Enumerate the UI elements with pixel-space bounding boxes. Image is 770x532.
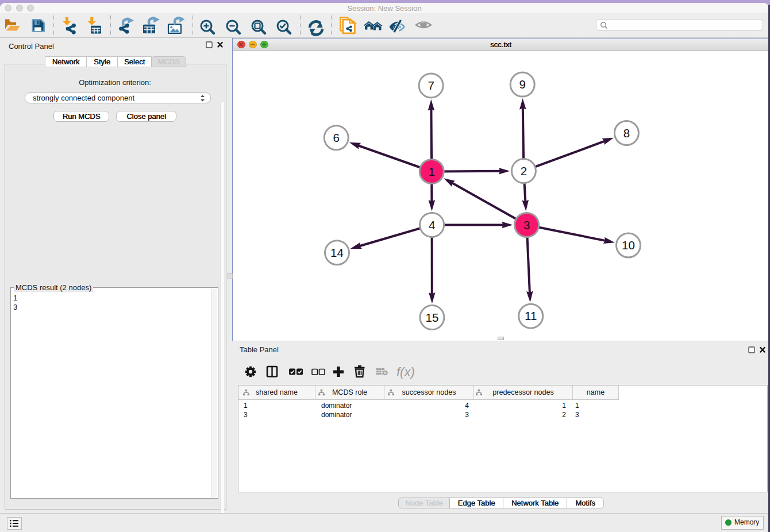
svg-text:6: 6	[333, 131, 339, 144]
svg-text:4: 4	[429, 218, 435, 232]
svg-text:2: 2	[521, 164, 527, 178]
svg-text:7: 7	[428, 79, 434, 92]
svg-text:11: 11	[525, 309, 537, 322]
svg-text:1: 1	[428, 165, 434, 178]
svg-text:8: 8	[623, 126, 630, 140]
svg-text:3: 3	[523, 218, 530, 232]
svg-text:14: 14	[330, 246, 344, 259]
svg-text:f(x): f(x)	[396, 365, 415, 379]
svg-text:15: 15	[425, 311, 438, 324]
svg-text:9: 9	[519, 78, 525, 91]
svg-text:10: 10	[622, 238, 635, 252]
